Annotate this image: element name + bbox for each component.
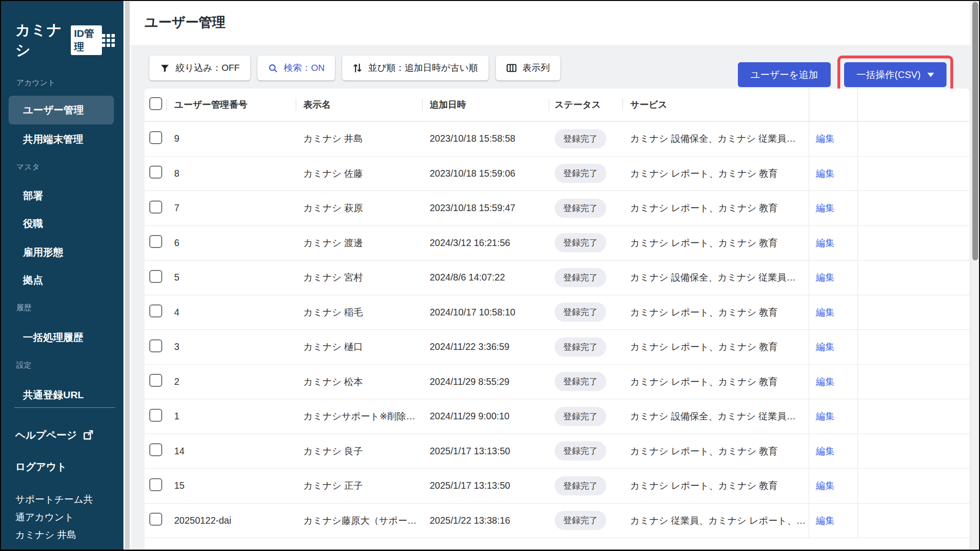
select-all-checkbox[interactable] [149,97,162,110]
add-user-button[interactable]: ユーザーを追加 [738,62,830,87]
sidebar-scrollbar-thumb[interactable] [125,1,130,549]
cell-services: カミナシ レポート、カミナシ 教育 [623,479,809,492]
edit-link[interactable]: 編集 [816,340,835,353]
edit-link[interactable]: 編集 [816,167,835,180]
edit-link[interactable]: 編集 [816,202,835,214]
edit-link[interactable]: 編集 [816,236,835,249]
cell-edit: 編集 [809,365,858,399]
cell-user-id: 3 [167,341,296,352]
cell-edit: 編集 [809,157,858,191]
row-checkbox-cell [145,374,167,389]
cell-edit: 編集 [809,330,858,364]
sidebar-item-location[interactable]: 拠点 [23,271,123,289]
sort-arrows-icon [353,63,362,73]
edit-link[interactable]: 編集 [816,271,835,284]
row-checkbox[interactable] [149,166,162,179]
bulk-csv-button[interactable]: 一括操作(CSV) [844,62,947,87]
cell-edit: 編集 [809,260,858,295]
sidebar-item-employment-type[interactable]: 雇用形態 [23,243,123,261]
edit-link[interactable]: 編集 [816,132,835,145]
row-checkbox[interactable] [149,304,162,317]
row-checkbox-cell [145,409,167,424]
help-page-link[interactable]: ヘルプページ [15,428,119,442]
cell-display-name: カミナシ 佐藤 [296,167,422,180]
apps-grid-icon[interactable] [102,34,115,47]
cell-services: カミナシ 設備保全、カミナシ 従業員… [623,410,809,423]
cell-extra [858,330,969,364]
filter-label: 絞り込み：OFF [176,62,240,74]
row-checkbox[interactable] [149,201,162,214]
sidebar-item-shared-device-management[interactable]: 共用端末管理 [23,130,123,148]
row-checkbox-cell [145,478,167,494]
main-scrollbar[interactable] [970,1,979,550]
row-checkbox[interactable] [149,478,162,491]
edit-link[interactable]: 編集 [816,445,835,458]
cell-user-id: 15 [167,480,296,491]
search-button[interactable]: 検索：ON [257,56,335,80]
cell-status: 登録完了 [549,303,623,322]
row-checkbox-cell [145,513,167,528]
cell-added-datetime: 2023/10/18 15:59:47 [422,202,549,214]
status-badge: 登録完了 [555,337,606,357]
cell-added-datetime: 2025/1/17 13:13:50 [422,446,549,457]
help-page-label: ヘルプページ [15,428,77,442]
cell-services: カミナシ レポート、カミナシ 教育 [623,236,809,249]
sidebar-item-user-management[interactable]: ユーザー管理 [9,96,114,124]
filter-button[interactable]: 絞り込み：OFF [149,56,250,80]
columns-label: 表示列 [523,62,550,74]
cell-display-name: カミナシ 正子 [296,479,422,492]
toolbar-right-group: ユーザーを追加 一括操作(CSV) [738,56,953,94]
sidebar-footer: ヘルプページ ログアウト サポートチーム共通アカウント カミナシ 井島 [15,428,119,544]
table-row: 3 カミナシ 樋口 2024/11/22 3:36:59 登録完了 カミナシ レ… [145,330,969,365]
table-row: 1 カミナシサポート※削除… 2024/11/29 9:00:10 登録完了 カ… [145,399,969,434]
sidebar-item-common-registration-url[interactable]: 共通登録URL [23,386,123,404]
cell-status: 登録完了 [549,372,623,391]
table-row: 5 カミナシ 宮村 2024/8/6 14:07:22 登録完了 カミナシ 設備… [145,260,969,295]
select-all-checkbox-cell [145,97,167,112]
edit-link[interactable]: 編集 [816,375,835,388]
row-checkbox-cell [145,270,167,285]
status-badge: 登録完了 [555,164,606,183]
sidebar-item-bulk-history[interactable]: 一括処理履歴 [23,328,123,347]
sidebar-scrollbar[interactable] [123,1,131,550]
sidebar-item-position[interactable]: 役職 [23,214,123,233]
row-checkbox[interactable] [149,339,162,352]
logout-link[interactable]: ログアウト [15,460,119,473]
cell-edit: 編集 [809,399,858,434]
row-checkbox[interactable] [149,235,162,248]
page-title: ユーザー管理 [145,13,225,32]
edit-link[interactable]: 編集 [816,410,835,423]
row-checkbox[interactable] [149,443,162,456]
cell-services: カミナシ レポート、カミナシ 教育 [623,375,809,388]
sort-button[interactable]: 並び順：追加日時が古い順 [342,56,488,80]
cell-services: カミナシ レポート、カミナシ 教育 [623,202,809,214]
toolbar: 絞り込み：OFF 検索：ON [149,56,953,94]
table-row: 6 カミナシ 渡邊 2024/3/12 16:21:56 登録完了 カミナシ レ… [145,226,969,261]
row-checkbox[interactable] [149,131,162,144]
columns-button[interactable]: 表示列 [496,56,560,80]
edit-link[interactable]: 編集 [816,514,835,527]
edit-link[interactable]: 編集 [816,479,835,492]
cell-added-datetime: 2024/8/6 14:07:22 [422,272,549,283]
cell-display-name: カミナシサポート※削除… [296,410,422,423]
sidebar-section-account: アカウント [16,78,123,88]
main-scrollbar-thumb[interactable] [972,2,978,260]
cell-services: カミナシ レポート、カミナシ 教育 [623,340,809,353]
row-checkbox[interactable] [149,409,162,422]
status-badge: 登録完了 [555,407,606,426]
cell-services: カミナシ レポート、カミナシ 教育 [623,167,809,180]
row-checkbox[interactable] [149,513,162,526]
sidebar-item-department[interactable]: 部署 [23,187,123,205]
main-content: ユーザー管理 絞り込み：OFF 検索：ON [131,1,979,550]
cell-added-datetime: 2024/3/12 16:21:56 [422,237,549,248]
header-status: ステータス [549,99,623,111]
status-badge: 登録完了 [555,268,606,287]
cell-added-datetime: 2024/11/29 9:00:10 [422,411,549,422]
row-checkbox[interactable] [149,270,162,283]
edit-link[interactable]: 編集 [816,306,835,319]
cell-status: 登録完了 [549,233,623,252]
cell-user-id: 6 [167,237,296,248]
status-badge: 登録完了 [555,511,606,530]
cell-services: カミナシ 設備保全、カミナシ 従業員… [623,132,809,145]
row-checkbox[interactable] [149,374,162,387]
